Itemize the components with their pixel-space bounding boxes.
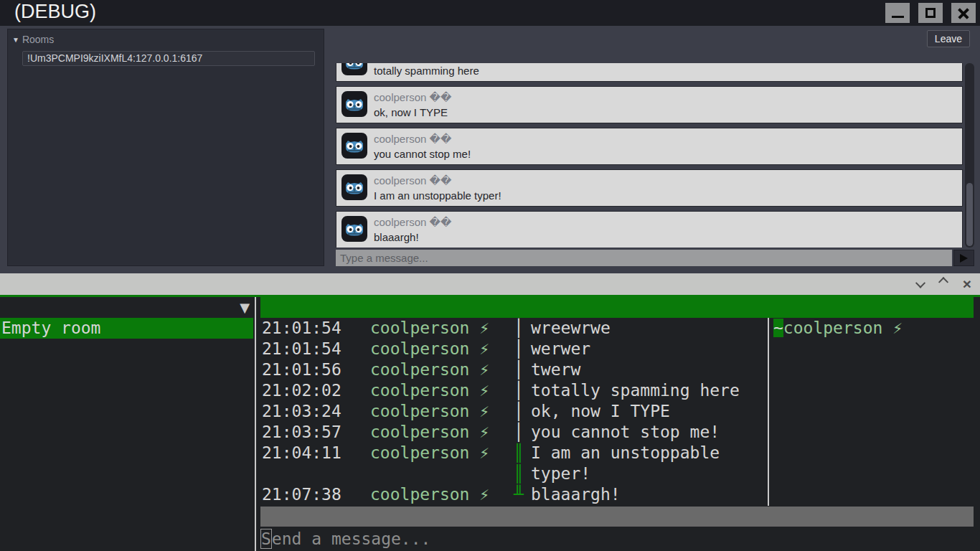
log-username: coolperson ⚡	[370, 380, 514, 401]
room-topic-bar	[260, 297, 974, 318]
log-message-text: twerw	[531, 359, 768, 380]
message-username: coolperson ��	[374, 91, 451, 104]
log-message-text: typer!	[531, 463, 768, 484]
message-text: I am an unstoppable typer!	[374, 189, 501, 202]
chat-scrollbar-thumb[interactable]	[966, 183, 973, 246]
user-avatar-icon	[341, 216, 367, 242]
log-scrollbar-glyph: ║	[514, 443, 531, 463]
tree-collapse-icon[interactable]: ▼	[12, 36, 19, 44]
log-scrollbar-glyph: ║	[514, 463, 531, 484]
log-separator: │	[514, 318, 531, 339]
log-timestamp: 21:01:54	[260, 339, 370, 359]
window-titlebar: (DEBUG)	[0, 0, 980, 26]
log-separator: │	[514, 380, 531, 401]
log-username: coolperson ⚡	[370, 401, 514, 422]
terminal-rooms-header: Rooms1 ▼	[0, 297, 253, 318]
chat-message: coolperson ��totally spamming here	[336, 63, 963, 82]
log-message-text: I am an unstoppable	[531, 443, 768, 463]
user-avatar-icon	[341, 63, 367, 75]
rooms-tree-label: Rooms	[22, 34, 54, 45]
userlist-divider	[768, 318, 769, 506]
log-separator: │	[514, 422, 531, 443]
minimize-button[interactable]	[885, 3, 910, 23]
terminal-close-icon[interactable]: ×	[963, 277, 971, 291]
terminal-cursor: S	[260, 529, 272, 549]
rooms-tree-header: ▼ Rooms	[12, 34, 54, 45]
log-timestamp	[260, 463, 370, 484]
maximize-button[interactable]	[918, 3, 943, 23]
log-line: 21:03:24coolperson ⚡│ok, now I TYPE	[260, 401, 768, 422]
message-text: blaaargh!	[374, 231, 419, 243]
chat-message: coolperson ��you cannot stop me!	[336, 128, 963, 165]
chat-message: coolperson ��I am an unstoppable typer!	[336, 169, 963, 207]
send-button[interactable]	[953, 250, 974, 266]
member-power-prefix: ~	[773, 319, 783, 337]
log-timestamp: 21:03:24	[260, 401, 370, 422]
rooms-panel: ▼ Rooms !Um3PCMPI9kziIXMfL4:127.0.0.1:61…	[7, 29, 324, 266]
log-separator: │	[514, 401, 531, 422]
log-username: coolperson ⚡	[370, 443, 514, 463]
log-line: 21:03:57coolperson ⚡│you cannot stop me!	[260, 422, 768, 443]
log-message-text: ok, now I TYPE	[531, 401, 768, 422]
terminal-chat: Rooms1 ▼ Empty room 21:01:54coolperson ⚡…	[0, 297, 980, 551]
chevron-up-icon[interactable]	[938, 277, 948, 287]
terminal-message-log: 21:01:54coolperson ⚡│wreewrwe21:01:54coo…	[260, 318, 768, 505]
chat-message-input[interactable]: Type a message...	[336, 250, 952, 266]
log-timestamp: 21:01:54	[260, 318, 370, 339]
message-text: totally spamming here	[374, 65, 479, 77]
log-line: 21:02:02coolperson ⚡│totally spamming he…	[260, 380, 768, 401]
terminal-room-item[interactable]: Empty room	[0, 318, 253, 339]
terminal-input-placeholder: end a message...	[272, 529, 431, 548]
user-avatar-icon	[341, 133, 367, 159]
log-line: 21:01:54coolperson ⚡│werwer	[260, 339, 768, 359]
chat-panel: Leave coolperson ��totally spamming here…	[334, 26, 976, 273]
log-timestamp: 21:03:57	[260, 422, 370, 443]
sidebar-divider	[255, 297, 256, 551]
window-title: (DEBUG)	[14, 1, 96, 23]
log-timestamp: 21:07:38	[260, 484, 370, 505]
terminal-message-input[interactable]: Send a message...	[260, 528, 430, 550]
log-message-text: totally spamming here	[531, 380, 768, 401]
log-line: ║typer!	[260, 463, 768, 484]
log-line: 21:01:54coolperson ⚡│wreewrwe	[260, 318, 768, 339]
terminal-status-bar	[260, 507, 974, 527]
chevron-down-icon[interactable]	[915, 278, 925, 288]
log-separator: │	[514, 339, 531, 359]
log-username: coolperson ⚡	[370, 484, 514, 505]
log-username: coolperson ⚡	[370, 422, 514, 443]
window-controls	[885, 3, 976, 23]
log-line: 21:01:56coolperson ⚡│twerw	[260, 359, 768, 380]
message-username: coolperson ��	[374, 174, 451, 187]
room-dropdown-icon[interactable]: ▼	[240, 297, 250, 318]
log-timestamp: 21:02:02	[260, 380, 370, 401]
minimize-icon	[892, 16, 904, 18]
message-username: coolperson ��	[374, 216, 451, 229]
user-avatar-icon	[341, 91, 367, 117]
send-icon	[960, 254, 968, 263]
log-username: coolperson ⚡	[370, 318, 514, 339]
log-message-text: werwer	[531, 339, 768, 359]
log-timestamp: 21:01:56	[260, 359, 370, 380]
room-list-item[interactable]: !Um3PCMPI9kziIXMfL4:127.0.0.1:6167	[22, 51, 315, 66]
message-text: you cannot stop me!	[374, 148, 471, 160]
log-message-text: blaaargh!	[531, 484, 768, 505]
log-separator: │	[514, 359, 531, 380]
chat-scrollbar[interactable]	[965, 63, 974, 248]
log-username	[370, 463, 514, 484]
log-message-text: you cannot stop me!	[531, 422, 768, 443]
chat-message: coolperson ��blaaargh!	[336, 211, 963, 248]
message-username: coolperson ��	[374, 133, 451, 146]
log-username: coolperson ⚡	[370, 359, 514, 380]
leave-button[interactable]: Leave	[927, 30, 970, 47]
log-timestamp: 21:04:11	[260, 443, 370, 463]
user-avatar-icon	[341, 174, 367, 200]
log-username: coolperson ⚡	[370, 339, 514, 359]
close-button[interactable]	[951, 3, 976, 23]
log-line: 21:04:11coolperson ⚡║I am an unstoppable	[260, 443, 768, 463]
chat-message: coolperson ��ok, now I TYPE	[336, 86, 963, 123]
member-name: coolperson ⚡	[783, 319, 903, 337]
log-scrollbar-glyph: ╨	[514, 484, 531, 505]
close-icon	[957, 6, 970, 19]
terminal-titlebar: ×	[0, 273, 980, 295]
chat-message-list: coolperson ��totally spamming herecoolpe…	[336, 63, 963, 248]
